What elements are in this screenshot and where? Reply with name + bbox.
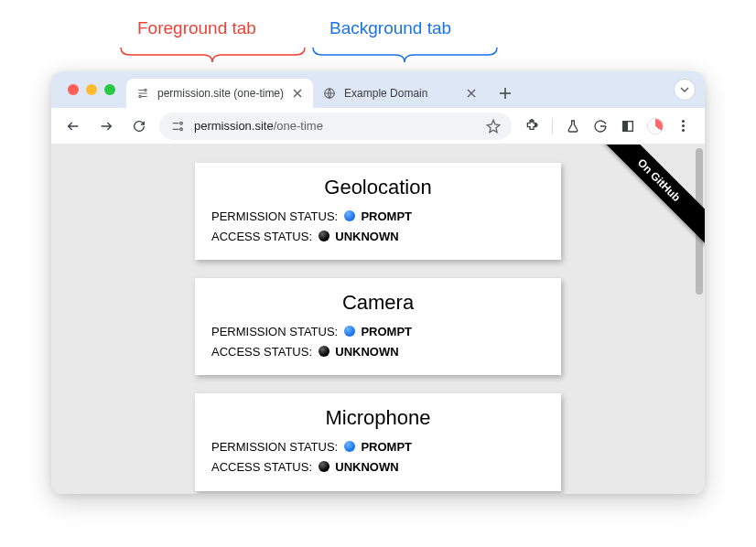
tab-title: permission.site (one-time) bbox=[157, 87, 284, 100]
url-host: permission.site bbox=[194, 119, 274, 133]
status-dot-icon bbox=[344, 326, 355, 337]
svg-rect-8 bbox=[623, 121, 628, 131]
new-tab-button[interactable] bbox=[492, 80, 518, 106]
status-dot-icon bbox=[319, 231, 329, 241]
site-settings-icon[interactable] bbox=[170, 119, 185, 134]
url-text: permission.site/one-time bbox=[194, 119, 477, 133]
access-status-label: ACCESS STATUS: bbox=[211, 230, 312, 243]
access-status-row: ACCESS STATUS: UNKNOWN bbox=[211, 227, 545, 247]
access-status-row: ACCESS STATUS: UNKNOWN bbox=[211, 457, 545, 477]
minimize-window-button[interactable] bbox=[86, 84, 97, 95]
tune-icon bbox=[135, 86, 150, 101]
close-window-button[interactable] bbox=[68, 84, 79, 95]
permission-status-row: PERMISSION STATUS: PROMPT bbox=[211, 207, 545, 227]
annotation-background: Background tab bbox=[329, 18, 451, 38]
access-status-value: UNKNOWN bbox=[335, 230, 398, 243]
permission-status-row: PERMISSION STATUS: PROMPT bbox=[211, 322, 545, 342]
permission-status-value: PROMPT bbox=[361, 440, 412, 454]
card-microphone: Microphone PERMISSION STATUS: PROMPT ACC… bbox=[195, 393, 561, 490]
brace-background bbox=[311, 46, 499, 64]
google-icon[interactable] bbox=[591, 117, 610, 135]
tabs: permission.site (one-time) Example Domai… bbox=[126, 71, 518, 108]
permission-status-label: PERMISSION STATUS: bbox=[211, 325, 338, 338]
url-path: /one-time bbox=[274, 119, 323, 133]
permission-status-label: PERMISSION STATUS: bbox=[211, 440, 338, 454]
close-tab-icon[interactable] bbox=[465, 87, 478, 100]
fullscreen-window-button[interactable] bbox=[104, 84, 115, 95]
svg-point-1 bbox=[139, 95, 141, 97]
window-expand-button[interactable] bbox=[674, 79, 696, 101]
card-title: Camera bbox=[211, 291, 545, 315]
page-content: On GitHub Geolocation PERMISSION STATUS:… bbox=[51, 145, 705, 494]
access-status-label: ACCESS STATUS: bbox=[211, 345, 312, 359]
permission-status-label: PERMISSION STATUS: bbox=[211, 209, 338, 223]
card-geolocation: Geolocation PERMISSION STATUS: PROMPT AC… bbox=[195, 163, 561, 260]
permission-status-row: PERMISSION STATUS: PROMPT bbox=[211, 437, 545, 457]
back-button[interactable] bbox=[60, 113, 86, 139]
tab-background[interactable]: Example Domain bbox=[313, 79, 487, 108]
brace-foreground bbox=[119, 46, 307, 64]
svg-point-0 bbox=[145, 89, 146, 91]
forward-button[interactable] bbox=[93, 113, 119, 139]
permission-status-value: PROMPT bbox=[361, 209, 412, 223]
reader-icon[interactable] bbox=[619, 117, 637, 135]
labs-icon[interactable] bbox=[564, 117, 582, 135]
profile-avatar[interactable] bbox=[646, 117, 664, 135]
card-camera: Camera PERMISSION STATUS: PROMPT ACCESS … bbox=[195, 278, 561, 375]
toolbar-separator bbox=[552, 118, 553, 134]
omnibox[interactable]: permission.site/one-time bbox=[159, 113, 512, 140]
svg-point-3 bbox=[180, 122, 183, 124]
status-dot-icon bbox=[344, 210, 355, 221]
tab-foreground[interactable]: permission.site (one-time) bbox=[126, 79, 313, 108]
status-dot-icon bbox=[344, 441, 355, 452]
permission-status-value: PROMPT bbox=[361, 325, 412, 338]
status-dot-icon bbox=[319, 346, 329, 357]
card-title: Geolocation bbox=[211, 176, 545, 199]
close-tab-icon[interactable] bbox=[291, 87, 304, 100]
access-status-value: UNKNOWN bbox=[335, 460, 398, 474]
tab-title: Example Domain bbox=[344, 87, 458, 100]
bookmark-star-icon[interactable] bbox=[486, 119, 501, 134]
window-controls bbox=[62, 71, 126, 108]
extension-icons bbox=[519, 117, 696, 135]
toolbar: permission.site/one-time bbox=[51, 108, 705, 145]
globe-icon bbox=[322, 86, 337, 101]
tab-strip: permission.site (one-time) Example Domai… bbox=[51, 71, 705, 108]
access-status-value: UNKNOWN bbox=[335, 345, 398, 359]
permission-cards: Geolocation PERMISSION STATUS: PROMPT AC… bbox=[51, 145, 705, 494]
reload-button[interactable] bbox=[126, 113, 152, 139]
kebab-menu-icon[interactable] bbox=[674, 117, 692, 135]
card-title: Microphone bbox=[211, 406, 545, 430]
annotation-foreground: Foreground tab bbox=[137, 18, 256, 38]
access-status-label: ACCESS STATUS: bbox=[211, 460, 312, 474]
access-status-row: ACCESS STATUS: UNKNOWN bbox=[211, 342, 545, 362]
svg-point-4 bbox=[180, 128, 183, 131]
browser-window: permission.site (one-time) Example Domai… bbox=[51, 71, 705, 494]
status-dot-icon bbox=[319, 461, 329, 472]
extensions-icon[interactable] bbox=[523, 117, 541, 135]
